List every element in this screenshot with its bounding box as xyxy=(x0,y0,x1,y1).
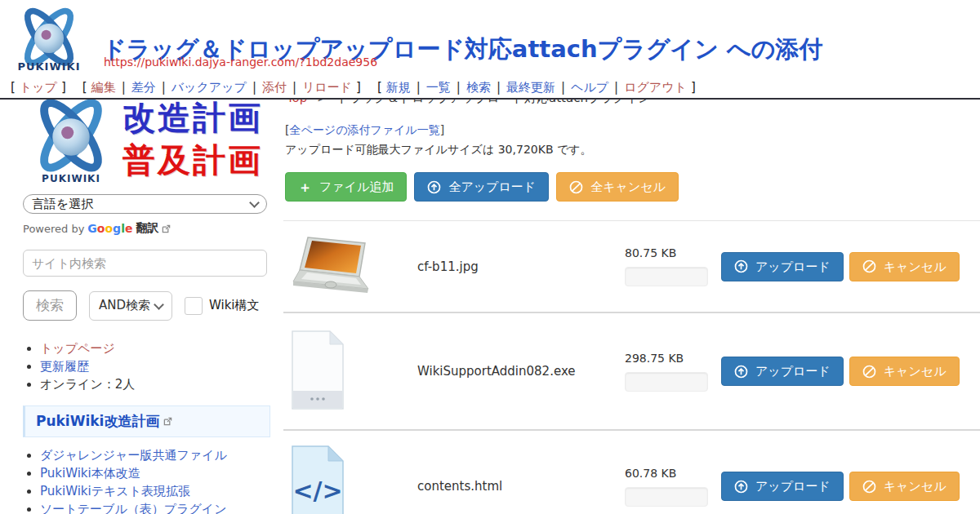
sidebar-section-box: PukiWiki改造計画 xyxy=(23,405,270,437)
upload-all-button[interactable]: 全アップロード xyxy=(414,172,549,202)
file-actions: アップロード キャンセル xyxy=(721,252,960,281)
cancel-all-label: 全キャンセル xyxy=(590,179,666,194)
all-attachments-link[interactable]: 全ページの添付ファイル一覧 xyxy=(289,123,439,136)
site-logo[interactable]: PUKIWIKI xyxy=(10,3,88,73)
separator: | xyxy=(162,80,166,95)
upload-button[interactable]: アップロード xyxy=(721,357,844,386)
file-size-block: 298.75 KB xyxy=(613,352,721,392)
add-file-label: ファイル追加 xyxy=(319,179,394,194)
html-file-icon: </> xyxy=(292,445,344,514)
file-row: </> contents.html 60.78 KB アップロード xyxy=(283,431,980,514)
nav-item-diff[interactable]: 差分 xyxy=(131,80,156,95)
ban-icon xyxy=(862,365,876,379)
sidebar-banner[interactable]: PUKIWIKI 改造計画 普及計画 xyxy=(23,93,267,184)
logo-text: PUKIWIKI xyxy=(10,60,88,73)
upload-progress-bar xyxy=(625,372,708,392)
bracket: [ xyxy=(377,80,382,95)
online-count: オンライン：2人 xyxy=(40,376,267,393)
nav-item-top[interactable]: トップ xyxy=(20,80,57,95)
sidebar-links-top: トップページ 更新履歴 オンライン：2人 xyxy=(23,340,267,393)
pukiwiki-atom-icon xyxy=(25,93,117,181)
nav-item-help[interactable]: ヘルプ xyxy=(571,80,608,95)
nav-group-top: [ トップ ] xyxy=(7,80,70,95)
nav-item-new[interactable]: 新規 xyxy=(386,80,411,95)
max-size-text: アップロード可能最大ファイルサイズは 30,720KB です。 xyxy=(285,143,980,157)
file-name: cf-b11.jpg xyxy=(408,259,613,274)
cancel-label: キャンセル xyxy=(884,364,947,379)
external-link-icon xyxy=(163,417,172,426)
cancel-button[interactable]: キャンセル xyxy=(849,472,960,501)
bracket: ] xyxy=(691,80,696,95)
nav-group-page: [ 編集 | 差分 | バックアップ | 添付 | リロード ] xyxy=(78,80,365,95)
sidebar-item-core-mod[interactable]: PukiWiki本体改造 xyxy=(40,466,140,481)
cancel-label: キャンセル xyxy=(884,259,947,274)
upload-label: アップロード xyxy=(755,479,831,494)
file-size: 80.75 KB xyxy=(625,246,721,259)
upload-all-label: 全アップロード xyxy=(448,179,536,194)
cancel-all-button[interactable]: 全キャンセル xyxy=(556,172,679,202)
sidebar: PUKIWIKI 改造計画 普及計画 言語を選択 Powered by Goog… xyxy=(0,78,282,514)
nav-item-reload[interactable]: リロード xyxy=(302,80,352,95)
chevron-down-icon xyxy=(249,197,260,208)
ban-icon xyxy=(569,180,583,194)
cancel-button[interactable]: キャンセル xyxy=(849,252,960,281)
banner-text: 改造計画 普及計画 xyxy=(122,96,263,181)
ban-icon xyxy=(862,259,876,273)
file-thumbnail-laptop-photo xyxy=(283,234,408,299)
language-select[interactable]: 言語を選択 xyxy=(23,194,267,214)
nav-item-backup[interactable]: バックアップ xyxy=(172,80,247,95)
file-name: contents.html xyxy=(408,479,613,494)
upload-file-list: cf-b11.jpg 80.75 KB アップロード キャンセル xyxy=(283,220,980,514)
wiki-syntax-label: Wiki構文 xyxy=(209,298,260,313)
separator: | xyxy=(416,80,421,95)
nav-item-logout[interactable]: ログアウト xyxy=(624,80,687,95)
bracket: ] xyxy=(356,80,361,95)
upload-button[interactable]: アップロード xyxy=(721,252,844,281)
wiki-syntax-checkbox[interactable] xyxy=(185,297,203,315)
laptop-photo-thumbnail xyxy=(292,234,373,296)
sidebar-section-link[interactable]: PukiWiki改造計画 xyxy=(36,412,159,431)
banner-line-fukyu: 普及計画 xyxy=(122,139,263,181)
nav-group-site: [ 新規 | 一覧 | 検索 | 最終更新 | ヘルプ | ログアウト ] xyxy=(373,80,700,95)
sidebar-item-text-ext[interactable]: PukiWikiテキスト表現拡張 xyxy=(40,484,190,498)
search-mode-select[interactable]: AND検索 xyxy=(89,291,172,321)
nav-item-edit[interactable]: 編集 xyxy=(91,80,116,95)
file-actions: アップロード キャンセル xyxy=(721,472,960,501)
nav-item-recent[interactable]: 最終更新 xyxy=(506,80,555,95)
separator: | xyxy=(252,80,256,95)
file-thumbnail-generic xyxy=(283,330,408,413)
sidebar-item-toppage[interactable]: トップページ xyxy=(40,341,115,356)
file-row: WikiSupportAddin082.exe 298.75 KB アップロード… xyxy=(283,313,980,431)
sidebar-item-common-files[interactable]: ダジャレンジャー版共通ファイル xyxy=(40,448,227,463)
arrow-circle-up-icon xyxy=(427,180,441,194)
upload-label: アップロード xyxy=(755,259,831,274)
site-search-input[interactable] xyxy=(23,250,267,277)
sidebar-item-sort-table[interactable]: ソートテーブル（表）プラグイン xyxy=(40,502,227,514)
page-url-link[interactable]: https://pukiwiki.dajya-ranger.com/?1bd2d… xyxy=(104,55,377,69)
translate-link[interactable]: 翻訳 xyxy=(136,221,158,236)
arrow-circle-up-icon xyxy=(734,259,748,273)
main-content: Top > ドラッグ＆ドロップアップロード対応attachプラグイン [全ページ… xyxy=(282,78,980,514)
nav-item-search[interactable]: 検索 xyxy=(466,80,491,95)
file-size-block: 80.75 KB xyxy=(613,246,721,286)
file-size-block: 60.78 KB xyxy=(613,467,721,507)
file-name: WikiSupportAddin082.exe xyxy=(408,364,613,379)
search-button[interactable]: 検索 xyxy=(23,290,77,321)
external-link-icon xyxy=(162,224,171,233)
cancel-button[interactable]: キャンセル xyxy=(849,357,960,386)
bracket: [ xyxy=(11,80,16,95)
pukiwiki-attach-page: PUKIWIKI ドラッグ＆ドロップアップロード対応attachプラグイン への… xyxy=(0,0,980,514)
powered-by-label: Powered by xyxy=(23,223,84,235)
sidebar-item-history[interactable]: 更新履歴 xyxy=(40,359,89,374)
upload-button[interactable]: アップロード xyxy=(721,472,844,501)
cancel-label: キャンセル xyxy=(884,479,947,494)
bracket: ] xyxy=(440,123,444,136)
top-navbar: [ トップ ] [ 編集 | 差分 | バックアップ | 添付 | リロード ]… xyxy=(0,77,980,100)
nav-item-attach[interactable]: 添付 xyxy=(262,80,287,95)
list-item: ダジャレンジャー版共通ファイル xyxy=(40,447,267,464)
google-logo: Google xyxy=(87,222,132,235)
nav-item-list[interactable]: 一覧 xyxy=(426,80,451,95)
chevron-down-icon xyxy=(154,299,164,310)
upload-label: アップロード xyxy=(755,364,831,379)
add-file-button[interactable]: ＋ ファイル追加 xyxy=(285,172,407,202)
